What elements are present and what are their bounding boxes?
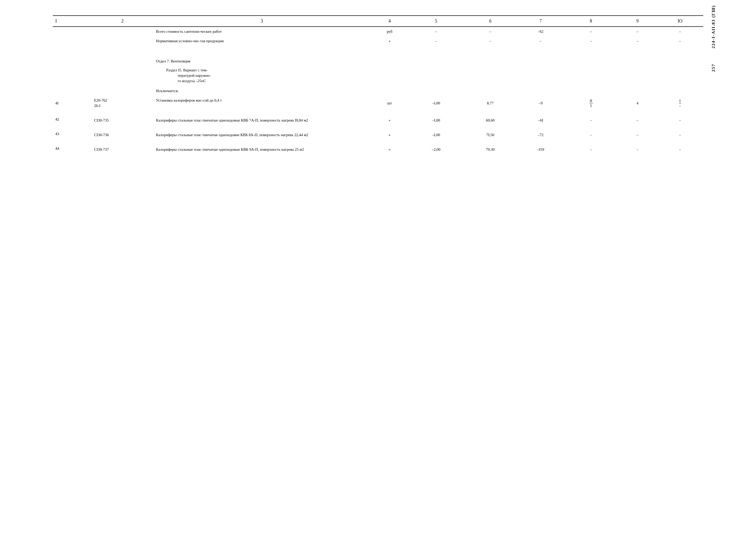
row41-fraction8: II 5: [589, 99, 593, 108]
row43-col5: –I,00: [409, 130, 463, 140]
row42-unit: »: [370, 116, 409, 125]
row41-col9: 4: [618, 96, 657, 111]
row41-frac10-num: I: [679, 99, 681, 103]
row43-col10: –: [657, 130, 703, 140]
sr2-col4: »: [370, 36, 409, 46]
row44-col9: –: [618, 145, 657, 154]
col-header-3: 3: [153, 16, 370, 27]
col-header-10: IO: [657, 16, 703, 27]
side-label-top: 224-I-AII.83 (ГШ): [711, 5, 716, 48]
sr1-col2: [91, 27, 153, 36]
spacer-4: [53, 140, 703, 145]
sr2-col7: –: [517, 36, 564, 46]
row43-desc: Калориферы стальные плас-тинчатые однохо…: [153, 130, 370, 140]
sr1-description: Всего стоимость сантехни-ческих работ: [156, 29, 222, 34]
row41-code: E20-76226-I: [91, 96, 153, 111]
section-subtitle-razdel15: Раздел I5. Вариант с тем- пературой нару…: [53, 65, 703, 86]
row43-num: 43: [53, 130, 91, 140]
sr1-col4: руб: [370, 27, 409, 36]
row42-col7: –6I: [517, 116, 564, 125]
row43-unit: »: [370, 130, 409, 140]
col-header-1: I: [53, 16, 91, 27]
spacer-1: [53, 46, 703, 54]
col-header-9: 9: [618, 16, 657, 27]
side-margin: 224-I-AII.83 (ГШ) 257: [703, 0, 724, 170]
sr2-col1: [53, 36, 91, 46]
row41-unit: шт: [370, 96, 409, 111]
row43-code: CI30-736: [91, 130, 153, 140]
sr2-col2: [91, 36, 153, 46]
side-label-bottom: 257: [711, 64, 716, 72]
row42-col9: –: [618, 116, 657, 125]
row41-col7: –9: [517, 96, 564, 111]
sr2-col10: –: [657, 36, 703, 46]
page-container: 224-I-AII.83 (ГШ) 257 I 2 3 4 5 6 7: [32, 0, 724, 170]
row41-col5: –I,00: [409, 96, 463, 111]
summary-row-1: Всего стоимость сантехни-ческих работ ру…: [53, 27, 703, 36]
col-header-5: 5: [409, 16, 463, 27]
row42-col5: –I,00: [409, 116, 463, 125]
row44-col7: –I59: [517, 145, 564, 154]
section-title-text: Отдел 7. Вентиляция: [153, 54, 703, 65]
row43-col8: –: [564, 130, 618, 140]
data-row-42: 42 CI30-735 Калориферы стальные плас-тин…: [53, 116, 703, 125]
section-subtitle-text: Раздел I5. Вариант с тем- пературой нару…: [153, 65, 703, 86]
row42-col8: –: [564, 116, 618, 125]
row43-col9: –: [618, 130, 657, 140]
row41-col8: II 5: [564, 96, 618, 111]
spacer-3: [53, 125, 703, 130]
table-header: I 2 3 4 5 6 7 8 9 IO: [53, 16, 703, 27]
row42-col10: –: [657, 116, 703, 125]
row41-frac8-den: 5: [590, 103, 593, 108]
row41-col10: I –: [657, 96, 703, 111]
spacer-2: [53, 111, 703, 116]
main-table: I 2 3 4 5 6 7 8 9 IO Всего стоимость сан…: [53, 15, 703, 154]
row44-desc: Калориферы стальные плас-тинчатые однохо…: [153, 145, 370, 154]
row44-col5: –2,00: [409, 145, 463, 154]
sr1-col9: –: [618, 27, 657, 36]
row44-col6: 79,30: [463, 145, 518, 154]
row41-col6: 8,77: [463, 96, 518, 111]
summary-row-2: Нормативная условно-чис-тая продукция » …: [53, 36, 703, 46]
sr1-col1: [53, 27, 91, 36]
section-note-excludes: Исключается:: [53, 86, 703, 96]
sr1-col7: –62: [517, 27, 564, 36]
row42-desc: Калориферы стальные плас-тинчатые однохо…: [153, 116, 370, 125]
col-header-2: 2: [91, 16, 153, 27]
col-header-7: 7: [517, 16, 564, 27]
sr1-col3: Всего стоимость сантехни-ческих работ: [153, 27, 370, 36]
row41-num: 4I: [53, 96, 91, 111]
sr1-col6: –: [463, 27, 518, 36]
sr1-col5: –: [409, 27, 463, 36]
row44-code: CI30-737: [91, 145, 153, 154]
data-row-44: 44 CI30-737 Калориферы стальные плас-тин…: [53, 145, 703, 154]
data-row-43: 43 CI30-736 Калориферы стальные плас-тин…: [53, 130, 703, 140]
row41-frac10-den: –: [679, 103, 682, 108]
row44-num: 44: [53, 145, 91, 154]
sr2-col5: –: [409, 36, 463, 46]
sr1-col10: –: [657, 27, 703, 36]
section-title-otdel7: Отдел 7. Вентиляция: [53, 54, 703, 65]
row42-num: 42: [53, 116, 91, 125]
row42-col6: 60,60: [463, 116, 518, 125]
row43-col6: 7I,50: [463, 130, 518, 140]
data-row-41: 4I E20-76226-I Установка калориферов мас…: [53, 96, 703, 111]
col-header-8: 8: [564, 16, 618, 27]
section-note-text: Исключается:: [153, 86, 703, 96]
sr2-col6: –: [463, 36, 518, 46]
row41-fraction10: I –: [679, 99, 682, 108]
sr2-col9: –: [618, 36, 657, 46]
sr2-col8: –: [564, 36, 618, 46]
row41-frac8-num: II: [589, 99, 593, 103]
row44-col10: –: [657, 145, 703, 154]
row44-col8: –: [564, 145, 618, 154]
row43-col7: –72: [517, 130, 564, 140]
col-header-4: 4: [370, 16, 409, 27]
sr2-description: Нормативная условно-чис-тая продукция: [156, 39, 224, 43]
row41-desc: Установка калориферов мас-сой до 0,4 т: [153, 96, 370, 111]
row42-code: CI30-735: [91, 116, 153, 125]
col-header-6: 6: [463, 16, 518, 27]
sr1-col8: –: [564, 27, 618, 36]
sr2-col3: Нормативная условно-чис-тая продукция: [153, 36, 370, 46]
row44-unit: »: [370, 145, 409, 154]
